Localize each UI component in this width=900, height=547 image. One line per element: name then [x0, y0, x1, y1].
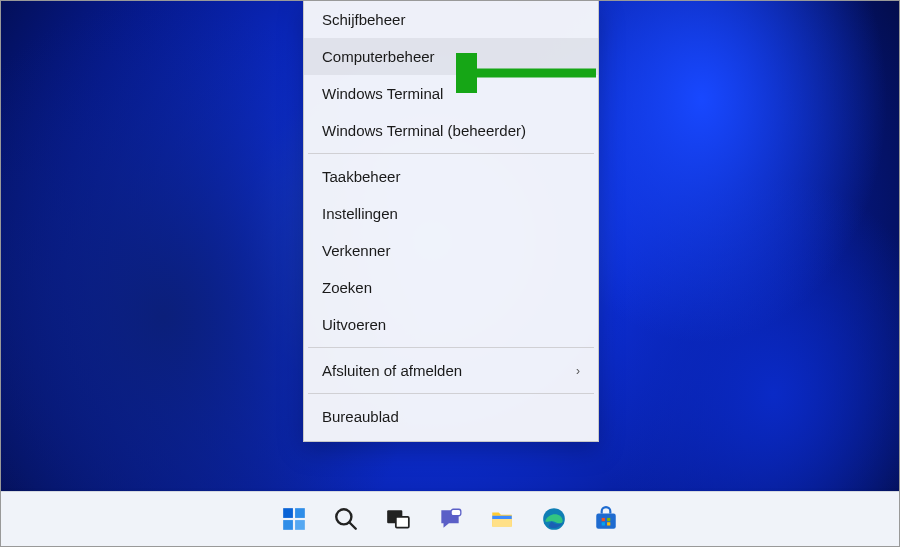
taskbar-start-button[interactable] [274, 499, 314, 539]
taskbar-chat-button[interactable] [430, 499, 470, 539]
edge-icon [541, 506, 567, 532]
menu-item-taakbeheer[interactable]: Taakbeheer [304, 158, 598, 195]
menu-item-windows-terminal[interactable]: Windows Terminal [304, 75, 598, 112]
winx-context-menu: SchijfbeheerComputerbeheerWindows Termin… [303, 1, 599, 442]
menu-divider [308, 347, 594, 348]
svg-rect-17 [607, 522, 610, 525]
menu-divider [308, 153, 594, 154]
start-icon [281, 506, 307, 532]
chevron-right-icon: › [576, 364, 580, 378]
svg-rect-16 [602, 522, 605, 525]
menu-item-label: Verkenner [322, 242, 390, 259]
menu-item-label: Schijfbeheer [322, 11, 405, 28]
menu-item-label: Uitvoeren [322, 316, 386, 333]
svg-rect-8 [396, 517, 409, 528]
menu-item-zoeken[interactable]: Zoeken [304, 269, 598, 306]
taskbar [1, 491, 899, 546]
svg-rect-14 [602, 518, 605, 521]
svg-rect-15 [607, 518, 610, 521]
menu-item-label: Windows Terminal [322, 85, 443, 102]
menu-item-schijfbeheer[interactable]: Schijfbeheer [304, 1, 598, 38]
taskbar-store-button[interactable] [586, 499, 626, 539]
menu-item-label: Windows Terminal (beheerder) [322, 122, 526, 139]
svg-rect-11 [492, 516, 512, 519]
svg-rect-13 [596, 514, 616, 529]
svg-rect-4 [295, 520, 305, 530]
taskview-icon [385, 506, 411, 532]
taskbar-taskview-button[interactable] [378, 499, 418, 539]
search-icon [333, 506, 359, 532]
svg-rect-2 [295, 508, 305, 518]
menu-item-computerbeheer[interactable]: Computerbeheer [304, 38, 598, 75]
svg-rect-3 [283, 520, 293, 530]
taskbar-search-button[interactable] [326, 499, 366, 539]
menu-item-label: Instellingen [322, 205, 398, 222]
svg-line-6 [349, 522, 356, 529]
menu-item-bureaublad[interactable]: Bureaublad [304, 398, 598, 435]
menu-item-label: Computerbeheer [322, 48, 435, 65]
menu-item-instellingen[interactable]: Instellingen [304, 195, 598, 232]
menu-item-label: Bureaublad [322, 408, 399, 425]
menu-item-verkenner[interactable]: Verkenner [304, 232, 598, 269]
svg-rect-1 [283, 508, 293, 518]
store-icon [593, 506, 619, 532]
menu-item-label: Taakbeheer [322, 168, 400, 185]
menu-item-uitvoeren[interactable]: Uitvoeren [304, 306, 598, 343]
chat-icon [437, 506, 463, 532]
taskbar-edge-button[interactable] [534, 499, 574, 539]
explorer-icon [489, 506, 515, 532]
menu-item-afsluiten-of-afmelden[interactable]: Afsluiten of afmelden› [304, 352, 598, 389]
menu-item-label: Afsluiten of afmelden [322, 362, 462, 379]
taskbar-explorer-button[interactable] [482, 499, 522, 539]
menu-item-label: Zoeken [322, 279, 372, 296]
svg-rect-9 [451, 509, 461, 516]
menu-item-windows-terminal-beheerder[interactable]: Windows Terminal (beheerder) [304, 112, 598, 149]
menu-divider [308, 393, 594, 394]
